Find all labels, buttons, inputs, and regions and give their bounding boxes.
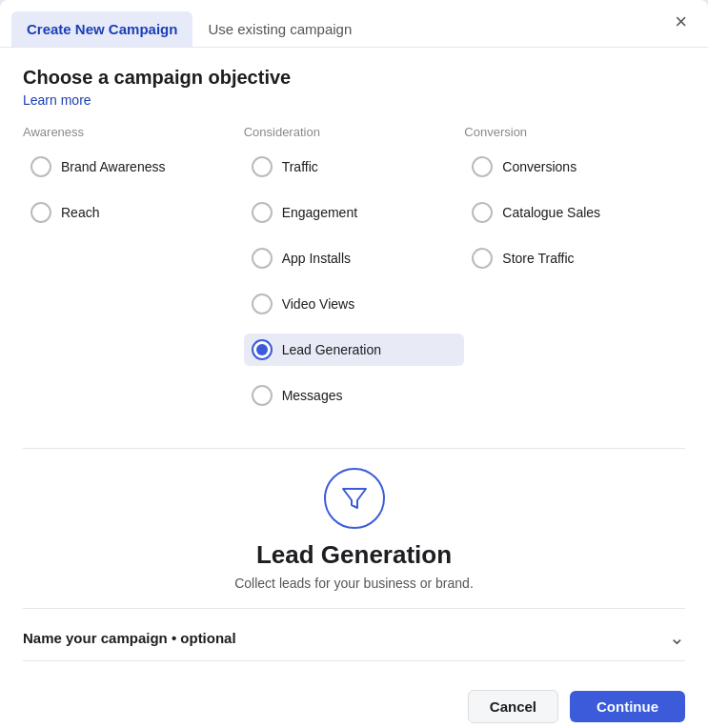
campaign-modal: Create New Campaign Use existing campaig… (0, 0, 708, 728)
conversion-column-title: Conversion (464, 125, 685, 139)
store-traffic-radio[interactable] (472, 248, 493, 269)
messages-option[interactable]: Messages (244, 379, 465, 412)
engagement-radio[interactable] (252, 202, 273, 223)
chevron-down-icon: ⌄ (669, 626, 685, 649)
video-views-option[interactable]: Video Views (244, 288, 465, 320)
cancel-button[interactable]: Cancel (468, 690, 558, 723)
conversions-radio[interactable] (472, 156, 493, 177)
traffic-option[interactable]: Traffic (244, 151, 465, 183)
modal-body: Choose a campaign objective Learn more A… (0, 48, 708, 677)
use-existing-campaign-tab[interactable]: Use existing campaign (192, 11, 367, 47)
video-views-label: Video Views (282, 296, 355, 312)
app-installs-radio[interactable] (252, 248, 273, 269)
radio-inner-dot (256, 344, 268, 355)
app-installs-option[interactable]: App Installs (244, 242, 465, 274)
close-button[interactable]: × (669, 10, 693, 34)
messages-radio[interactable] (252, 385, 273, 406)
reach-radio[interactable] (30, 202, 51, 223)
catalogue-sales-radio[interactable] (472, 202, 493, 223)
engagement-label: Engagement (282, 205, 357, 220)
awareness-column-title: Awareness (23, 125, 244, 139)
funnel-icon (324, 468, 385, 529)
preview-description: Collect leads for your business or brand… (234, 576, 474, 591)
conversions-option[interactable]: Conversions (464, 151, 685, 183)
engagement-option[interactable]: Engagement (244, 196, 465, 229)
lead-generation-label: Lead Generation (282, 342, 381, 357)
brand-awareness-label: Brand Awareness (61, 159, 165, 174)
section-title: Choose a campaign objective (23, 67, 685, 89)
messages-label: Messages (282, 388, 343, 403)
name-campaign-row[interactable]: Name your campaign • optional ⌄ (23, 609, 685, 661)
create-new-campaign-tab[interactable]: Create New Campaign (11, 11, 192, 47)
reach-label: Reach (61, 205, 99, 220)
modal-footer: Cancel Continue (0, 677, 708, 728)
modal-header: Create New Campaign Use existing campaig… (0, 0, 708, 48)
lead-generation-radio[interactable] (252, 339, 273, 360)
continue-button[interactable]: Continue (570, 691, 685, 722)
preview-section: Lead Generation Collect leads for your b… (23, 448, 685, 609)
lead-generation-option[interactable]: Lead Generation (244, 334, 465, 366)
preview-title: Lead Generation (256, 540, 452, 570)
reach-option[interactable]: Reach (23, 196, 244, 229)
funnel-svg (339, 483, 370, 514)
consideration-column-title: Consideration (244, 125, 465, 139)
video-views-radio[interactable] (252, 293, 273, 314)
catalogue-sales-label: Catalogue Sales (502, 205, 600, 220)
consideration-column: Consideration Traffic Engagement App Ins… (244, 125, 465, 425)
awareness-column: Awareness Brand Awareness Reach (23, 125, 244, 425)
conversion-column: Conversion Conversions Catalogue Sales S… (464, 125, 685, 425)
brand-awareness-option[interactable]: Brand Awareness (23, 151, 244, 183)
store-traffic-option[interactable]: Store Traffic (464, 242, 685, 274)
name-campaign-label: Name your campaign • optional (23, 630, 236, 646)
catalogue-sales-option[interactable]: Catalogue Sales (464, 196, 685, 229)
brand-awareness-radio[interactable] (30, 156, 51, 177)
traffic-radio[interactable] (252, 156, 273, 177)
objectives-grid: Awareness Brand Awareness Reach Consider… (23, 125, 685, 425)
traffic-label: Traffic (282, 159, 318, 174)
store-traffic-label: Store Traffic (502, 251, 574, 266)
conversions-label: Conversions (502, 159, 577, 174)
learn-more-link[interactable]: Learn more (23, 92, 685, 108)
app-installs-label: App Installs (282, 251, 351, 266)
